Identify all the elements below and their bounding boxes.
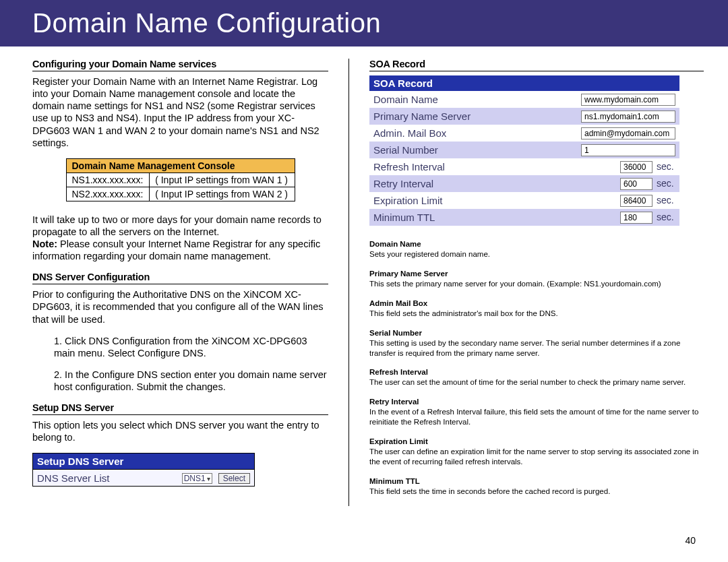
select-button[interactable]: Select [218,473,250,484]
soa-domain-name-label: Domain Name [369,91,526,108]
table-row: Retry Interval sec. [369,175,679,192]
unit-sec: sec. [657,195,675,206]
paragraph-register-domain: Register your Domain Name with an Intern… [32,75,328,149]
table-row: NS2.xxx.xxx.xxx: ( Input IP settings fro… [66,187,295,201]
dns-server-list-label: DNS Server List [33,470,147,487]
setup-dns-server-panel: Setup DNS Server DNS Server List DNS1 Se… [32,453,255,487]
soa-panel-title: SOA Record [369,75,679,91]
step-1: 1. Click DNS Configuration from the XiNC… [32,335,328,359]
paragraph-setup-dns: This option lets you select which DNS se… [32,419,328,443]
propagation-text: It will take up to two or more days for … [32,214,322,237]
def-desc: This field sets the time in seconds befo… [369,487,610,495]
def-desc: This setting is used by the secondary na… [369,339,680,357]
definitions-block: Domain NameSets your registered domain n… [369,239,704,497]
soa-admin-mailbox-input[interactable] [581,127,675,139]
heading-configuring-dns-services: Configuring your Domain Name services [32,59,328,71]
soa-record-panel: SOA Record Domain Name Primary Name Serv… [369,75,679,226]
right-column: SOA Record SOA Record Domain Name Primar… [349,59,704,506]
table-row: Serial Number [369,142,679,158]
heading-setup-dns-server: Setup DNS Server [32,402,328,415]
table-row: Refresh Interval sec. [369,158,679,175]
dns-server-select[interactable]: DNS1 [182,473,213,484]
table-row: NS1.xxx.xxx.xxx: ( Input IP settings fro… [66,173,295,187]
table-row: Expiration Limit sec. [369,192,679,209]
unit-sec: sec. [657,212,675,222]
domain-name-management-console-table: Domain Name Management Console NS1.xxx.x… [66,158,295,201]
soa-serial-input[interactable] [581,144,675,156]
table-row: Primary Name Server [369,108,679,125]
def-term: Primary Name Server [369,269,704,279]
note-label: Note: [32,239,57,249]
soa-expiration-input[interactable] [620,195,653,207]
page-number: 40 [685,535,696,546]
soa-primary-ns-label: Primary Name Server [369,108,526,125]
soa-primary-ns-input[interactable] [581,111,675,123]
panel-title: Setup DNS Server [33,454,255,470]
def-term: Serial Number [369,328,704,338]
def-term: Refresh Interval [369,367,704,377]
soa-serial-label: Serial Number [369,142,526,158]
console-table-title: Domain Name Management Console [66,158,295,173]
page-banner: Domain Name Configuration [0,0,728,46]
console-ns2-value: ( Input IP settings from WAN 2 ) [150,187,295,201]
table-row: Domain Name [369,91,679,108]
def-desc: This sets the primary name server for yo… [369,280,661,288]
table-row: Minimum TTL sec. [369,209,679,226]
heading-soa-record: SOA Record [369,59,704,71]
left-column: Configuring your Domain Name services Re… [32,59,349,506]
console-ns2-label: NS2.xxx.xxx.xxx: [66,187,150,201]
two-column-layout: Configuring your Domain Name services Re… [0,46,728,506]
note-text: Please consult your Internet Name Regist… [32,239,320,261]
def-desc: Sets your registered domain name. [369,250,490,258]
unit-sec: sec. [657,161,675,172]
page-title: Domain Name Configuration [32,8,381,38]
def-desc: This field sets the administrator's mail… [369,309,558,317]
unit-sec: sec. [657,178,675,189]
table-row: Admin. Mail Box [369,125,679,142]
def-term: Expiration Limit [369,437,704,447]
def-desc: In the event of a Refresh Interval failu… [369,408,698,426]
def-term: Minimum TTL [369,476,704,487]
soa-retry-label: Retry Interval [369,175,526,192]
soa-retry-input[interactable] [620,178,653,190]
soa-domain-name-input[interactable] [581,94,675,106]
soa-min-ttl-input[interactable] [620,212,653,224]
paragraph-propagation-note: It will take up to two or more days for … [32,214,328,263]
def-desc: The user can set the amount of time for … [369,378,686,386]
paragraph-dns-config-intro: Prior to configuring the Authoritative D… [32,288,328,325]
soa-min-ttl-label: Minimum TTL [369,209,526,226]
soa-refresh-input[interactable] [620,161,653,173]
step-2: 2. In the Configure DNS section enter yo… [32,369,328,393]
console-ns1-value: ( Input IP settings from WAN 1 ) [150,173,295,187]
console-ns1-label: NS1.xxx.xxx.xxx: [66,173,150,187]
soa-expiration-label: Expiration Limit [369,192,526,209]
def-term: Retry Interval [369,397,704,407]
def-term: Admin Mail Box [369,299,704,309]
soa-refresh-label: Refresh Interval [369,158,526,175]
soa-admin-mailbox-label: Admin. Mail Box [369,125,526,142]
heading-dns-server-config: DNS Server Configuration [32,272,328,284]
def-term: Domain Name [369,239,704,249]
def-desc: The user can define an expiration limit … [369,447,698,466]
